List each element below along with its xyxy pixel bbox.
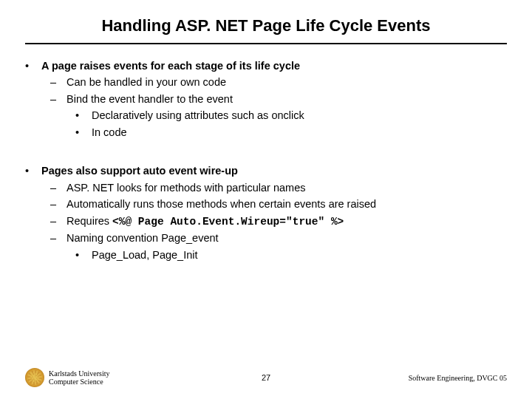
- bullet-l3: • Page_Load, Page_Init: [75, 247, 507, 263]
- bullet-l2: – Automatically runs those methods when …: [50, 196, 507, 212]
- dash-icon: –: [50, 230, 66, 246]
- slide-footer: Karlstads University Computer Science 27…: [0, 368, 532, 387]
- bullet-text: Page_Load, Page_Init: [92, 247, 198, 263]
- bullet-dot-icon: •: [75, 247, 92, 263]
- bullet-l1: • Pages also support auto event wire-up: [25, 163, 507, 179]
- bullet-l2: – Bind the event handler to the event: [50, 91, 507, 107]
- bullet-l3: • Declaratively using attributes such as…: [75, 107, 507, 123]
- slide-content: • A page raises events for each stage of…: [0, 58, 532, 263]
- bullet-text: Bind the event handler to the event: [66, 91, 233, 107]
- title-divider: [25, 43, 507, 44]
- dash-icon: –: [50, 74, 66, 90]
- bullet-text: In code: [92, 124, 127, 140]
- bullet-text: Can be handled in your own code: [66, 74, 226, 90]
- bullet-l2: – Requires <%@ Page Auto.Event.Wireup="t…: [50, 213, 507, 230]
- bullet-text: Requires <%@ Page Auto.Event.Wireup="tru…: [66, 213, 344, 230]
- department-name: Computer Science: [49, 378, 110, 386]
- course-label: Software Engineering, DVGC 05: [409, 374, 507, 382]
- bullet-dot-icon: •: [75, 124, 92, 140]
- bullet-l3: • In code: [75, 124, 507, 140]
- code-snippet: <%@ Page Auto.Event.Wireup="true" %>: [112, 216, 344, 228]
- bullet-l2: – Can be handled in your own code: [50, 74, 507, 90]
- dash-icon: –: [50, 180, 66, 196]
- bullet-text: ASP. NET looks for methods with particul…: [66, 180, 305, 196]
- dash-icon: –: [50, 91, 66, 107]
- bullet-l2: – Naming convention Page_event: [50, 230, 507, 246]
- bullet-text: Declaratively using attributes such as o…: [92, 107, 304, 123]
- bullet-text: Pages also support auto event wire-up: [41, 163, 507, 179]
- dash-icon: –: [50, 196, 66, 212]
- bullet-l2: – ASP. NET looks for methods with partic…: [50, 180, 507, 196]
- requires-prefix: Requires: [66, 215, 112, 227]
- university-name: Karlstads University: [49, 369, 110, 378]
- bullet-dot-icon: •: [25, 163, 41, 179]
- bullet-text: Automatically runs those methods when ce…: [66, 196, 376, 212]
- page-number: 27: [262, 373, 270, 382]
- bullet-l1: • A page raises events for each stage of…: [25, 58, 507, 74]
- slide-title: Handling ASP. NET Page Life Cycle Events: [0, 0, 532, 43]
- dash-icon: –: [50, 213, 66, 230]
- bullet-dot-icon: •: [25, 58, 41, 74]
- university-logo-icon: [25, 368, 44, 387]
- bullet-dot-icon: •: [75, 107, 92, 123]
- bullet-text: Naming convention Page_event: [66, 230, 219, 246]
- bullet-text: A page raises events for each stage of i…: [41, 58, 507, 74]
- university-text: Karlstads University Computer Science: [49, 369, 110, 386]
- footer-left: Karlstads University Computer Science: [25, 368, 110, 387]
